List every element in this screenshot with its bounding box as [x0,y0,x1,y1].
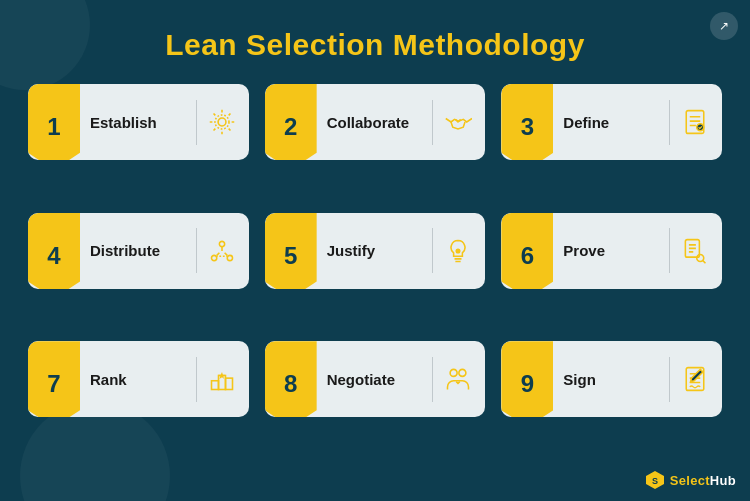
page-title: Lean Selection Methodology [0,0,750,84]
card-1-divider [196,100,197,145]
selecthub-logo: S SelectHub [644,469,736,491]
lightbulb-icon [439,232,477,270]
card-8-label: Negotiate [317,371,427,388]
card-7-label: Rank [80,371,190,388]
card-4-label: Distribute [80,242,190,259]
negotiate-icon [439,360,477,398]
card-6-divider [669,228,670,273]
card-4-divider [196,228,197,273]
card-7-rank[interactable]: 7 Rank [28,341,249,417]
svg-text:S: S [652,476,658,486]
card-7-divider [196,357,197,402]
card-9-badge: 9 [501,341,553,417]
card-3-divider [669,100,670,145]
logo-text: SelectHub [670,473,736,488]
card-5-label: Justify [317,242,427,259]
card-4-badge: 4 [28,213,80,289]
card-8-divider [432,357,433,402]
svg-point-14 [459,370,466,377]
card-5-justify[interactable]: 5 Justify [265,213,486,289]
search-doc-icon [676,232,714,270]
podium-icon [203,360,241,398]
svg-rect-12 [225,378,232,389]
card-1-establish[interactable]: 1 Establish [28,84,249,160]
svg-rect-11 [211,381,218,390]
card-6-prove[interactable]: 6 Prove [501,213,722,289]
card-8-negotiate[interactable]: 8 Negotiate [265,341,486,417]
svg-point-4 [219,241,224,246]
card-3-badge: 3 [501,84,553,160]
svg-rect-10 [218,376,225,390]
card-9-sign[interactable]: 9 Sign [501,341,722,417]
card-3-define[interactable]: 3 Define [501,84,722,160]
gear-icon [203,103,241,141]
card-6-badge: 6 [501,213,553,289]
card-1-label: Establish [80,114,190,131]
svg-point-7 [457,249,461,253]
handshake-icon [439,103,477,141]
card-2-divider [432,100,433,145]
distribute-icon [203,232,241,270]
card-2-label: Collaborate [317,114,427,131]
card-3-label: Define [553,114,663,131]
document-check-icon [676,103,714,141]
svg-point-0 [218,118,226,126]
card-5-badge: 5 [265,213,317,289]
logo-highlight: Select [670,473,710,488]
card-9-divider [669,357,670,402]
card-4-distribute[interactable]: 4 Distribute [28,213,249,289]
card-9-label: Sign [553,371,663,388]
card-8-badge: 8 [265,341,317,417]
share-button[interactable]: ↗ [710,12,738,40]
cards-grid: 1 Establish 2 Collaborate 3 Define [0,84,750,454]
sign-icon [676,360,714,398]
card-2-badge: 2 [265,84,317,160]
svg-point-9 [697,254,704,261]
card-5-divider [432,228,433,273]
card-2-collaborate[interactable]: 2 Collaborate [265,84,486,160]
card-1-badge: 1 [28,84,80,160]
selecthub-logo-icon: S [644,469,666,491]
svg-point-1 [215,115,229,129]
svg-point-13 [450,370,457,377]
card-7-badge: 7 [28,341,80,417]
card-6-label: Prove [553,242,663,259]
